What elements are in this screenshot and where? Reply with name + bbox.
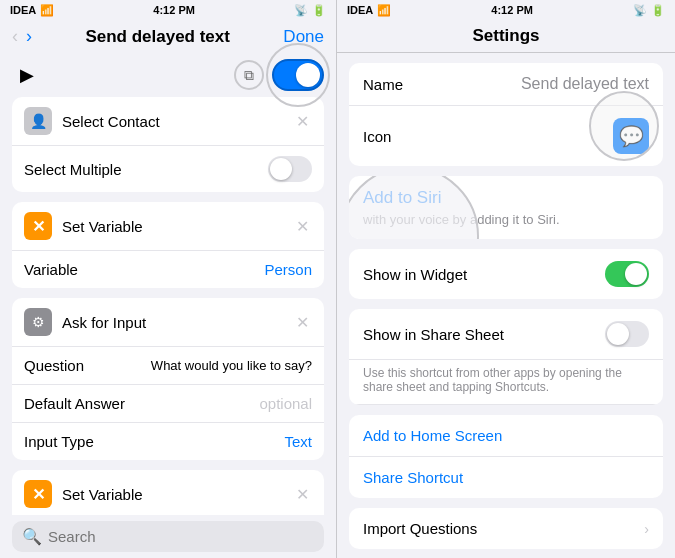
chevron-import-icon: › (644, 521, 649, 537)
time-right: 4:12 PM (491, 4, 533, 16)
card-row-default-answer: Default Answer optional (12, 385, 324, 423)
nav-title-right: Settings (472, 26, 539, 45)
card-header-set-variable-1: ✕ Set Variable ✕ (12, 202, 324, 251)
battery-icon-right: 🔋 (651, 4, 665, 17)
signal-icon-left: 📡 (294, 4, 308, 17)
carrier-right: IDEA (347, 4, 373, 16)
time-left: 4:12 PM (153, 4, 195, 16)
label-share-sheet: Show in Share Sheet (363, 326, 504, 343)
settings-row-show-widget: Show in Widget (349, 249, 663, 299)
copy-icon[interactable]: ⧉ (234, 60, 264, 90)
value-question: What would you like to say? (151, 358, 312, 373)
value-input-type[interactable]: Text (284, 433, 312, 450)
back-arrow[interactable]: ‹ (12, 26, 18, 47)
right-panel: IDEA 📶 4:12 PM 📡 🔋 Settings Name Send de… (337, 0, 675, 558)
card-ask-for-input: ⚙ Ask for Input ✕ Question What would yo… (12, 298, 324, 460)
toggle-show-widget[interactable] (605, 261, 649, 287)
card-row-question: Question What would you like to say? (12, 347, 324, 385)
close-select-contact[interactable]: ✕ (292, 111, 312, 131)
wifi-icon-left: 📶 (40, 4, 54, 17)
card-header-ask-for-input: ⚙ Ask for Input ✕ (12, 298, 324, 347)
link-share-shortcut[interactable]: Share Shortcut (349, 457, 663, 498)
toggle-select-multiple[interactable] (268, 156, 312, 182)
search-bar: 🔍 (12, 521, 324, 552)
label-show-widget: Show in Widget (363, 266, 467, 283)
contact-icon: 👤 (24, 107, 52, 135)
card-header-select-contact: 👤 Select Contact ✕ (12, 97, 324, 146)
settings-row-icon[interactable]: Icon 💬 (349, 106, 663, 166)
toolbar-right: ⧉ (234, 59, 324, 91)
card-select-contact: 👤 Select Contact ✕ Select Multiple (12, 97, 324, 192)
label-import-questions: Import Questions (363, 520, 477, 537)
add-to-siri-subtext: with your voice by adding it to Siri. (363, 212, 649, 227)
label-variable-1: Variable (24, 261, 124, 278)
search-input[interactable] (48, 528, 314, 545)
card-row-input-type: Input Type Text (12, 423, 324, 460)
card-title-select-contact: Select Contact (62, 113, 282, 130)
settings-section-siri: Add to Siri with your voice by adding it… (349, 176, 663, 239)
value-default-answer: optional (259, 395, 312, 412)
left-panel: IDEA 📶 4:12 PM 📡 🔋 ‹ › Send delayed text… (0, 0, 337, 558)
card-row-select-multiple: Select Multiple (12, 146, 324, 192)
signal-icon-right: 📡 (633, 4, 647, 17)
wifi-icon-right: 📶 (377, 4, 391, 17)
card-set-variable-2: ✕ Set Variable ✕ Variable Text (12, 470, 324, 515)
label-icon: Icon (363, 128, 423, 145)
settings-section-name-icon: Name Send delayed text Icon 💬 (349, 63, 663, 166)
icon-preview[interactable]: 💬 (613, 118, 649, 154)
nav-title-left: Send delayed text (32, 27, 283, 47)
link-add-home-screen[interactable]: Add to Home Screen (349, 415, 663, 457)
label-question: Question (24, 357, 124, 374)
label-input-type: Input Type (24, 433, 124, 450)
card-title-set-variable-2: Set Variable (62, 486, 282, 503)
add-to-siri-label[interactable]: Add to Siri (363, 188, 441, 208)
settings-row-import-questions[interactable]: Import Questions › (349, 508, 663, 549)
card-row-variable-person: Variable Person (12, 251, 324, 288)
settings-section-widget: Show in Widget (349, 249, 663, 299)
card-title-ask-for-input: Ask for Input (62, 314, 282, 331)
settings-section-share-sheet: Show in Share Sheet Use this shortcut fr… (349, 309, 663, 405)
close-set-variable-1[interactable]: ✕ (292, 216, 312, 236)
toggle-encircle-wrapper (272, 59, 324, 91)
content-area-left: 👤 Select Contact ✕ Select Multiple ✕ Set… (0, 97, 336, 515)
close-ask-for-input[interactable]: ✕ (292, 312, 312, 332)
carrier-left: IDEA (10, 4, 36, 16)
variable-icon-2: ✕ (24, 480, 52, 508)
label-default-answer: Default Answer (24, 395, 125, 412)
card-set-variable-1: ✕ Set Variable ✕ Variable Person (12, 202, 324, 288)
label-name: Name (363, 76, 423, 93)
share-sheet-subtext: Use this shortcut from other apps by ope… (349, 360, 663, 405)
status-bar-left: IDEA 📶 4:12 PM 📡 🔋 (0, 0, 336, 20)
value-variable-1: Person (264, 261, 312, 278)
battery-icon-left: 🔋 (312, 4, 326, 17)
variable-icon-1: ✕ (24, 212, 52, 240)
close-set-variable-2[interactable]: ✕ (292, 484, 312, 504)
settings-row-add-to-siri[interactable]: Add to Siri (363, 188, 649, 208)
settings-row-name: Name Send delayed text (349, 63, 663, 106)
icon-bubble: 💬 (619, 124, 644, 148)
gear-icon: ⚙ (24, 308, 52, 336)
settings-section-links: Add to Home Screen Share Shortcut (349, 415, 663, 498)
status-bar-right: IDEA 📶 4:12 PM 📡 🔋 (337, 0, 675, 20)
settings-row-share-sheet: Show in Share Sheet (349, 309, 663, 360)
nav-arrows: ‹ › (12, 26, 32, 47)
play-button[interactable]: ▶ (12, 60, 42, 90)
label-select-multiple: Select Multiple (24, 161, 124, 178)
card-title-set-variable-1: Set Variable (62, 218, 282, 235)
toggle-share-sheet[interactable] (605, 321, 649, 347)
value-name[interactable]: Send delayed text (423, 75, 649, 93)
toolbar: ▶ ⧉ (0, 53, 336, 97)
settings-section-import: Import Questions › (349, 508, 663, 549)
nav-bar-right: Settings (337, 20, 675, 53)
settings-content: Name Send delayed text Icon 💬 Add to Sir… (337, 53, 675, 558)
search-icon: 🔍 (22, 527, 42, 546)
card-header-set-variable-2: ✕ Set Variable ✕ (12, 470, 324, 515)
main-toggle[interactable] (272, 59, 324, 91)
